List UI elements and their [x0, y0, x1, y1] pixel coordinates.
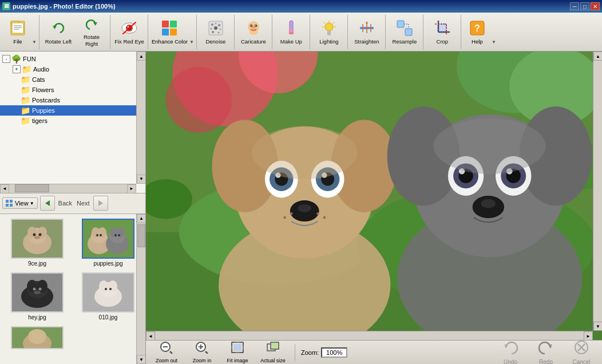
file-dropdown-arrow[interactable]: ▼ — [31, 16, 37, 48]
resample-button[interactable]: Resample — [388, 16, 421, 48]
crop-button[interactable]: Crop — [426, 16, 459, 48]
img-vscroll[interactable]: ▲ ▼ — [593, 52, 602, 331]
img-vscroll-down[interactable]: ▼ — [593, 322, 602, 331]
tree-item-flowers[interactable]: 📁 Flowers — [0, 85, 136, 95]
thumbs-vscroll[interactable]: ▲ ▼ — [136, 214, 145, 365]
svg-point-94 — [39, 287, 42, 290]
zoom-out-button[interactable]: Zoom out — [150, 339, 183, 364]
img-hscroll-right[interactable]: ► — [584, 331, 593, 340]
tree-cats-label: Cats — [32, 76, 45, 83]
fit-image-button[interactable]: Fit image — [221, 339, 254, 364]
help-main[interactable]: ? Help — [464, 16, 491, 48]
cancel-button[interactable]: Cancel — [565, 338, 597, 365]
tree-item-fun[interactable]: - 🌳 FUN — [0, 54, 136, 64]
cancel-label: Cancel — [572, 359, 590, 365]
actual-size-button[interactable]: Actual size — [257, 339, 289, 364]
thumb-extra[interactable] — [5, 326, 70, 349]
tree-item-tigers[interactable]: 📁 tigers — [0, 116, 136, 126]
undo-button[interactable]: Undo — [494, 338, 526, 365]
divider-1 — [295, 344, 295, 361]
svg-point-35 — [290, 30, 293, 32]
thumbs-vscroll-thumb — [137, 224, 145, 247]
svg-rect-15 — [162, 29, 169, 35]
help-group: ? Help ▼ — [462, 15, 498, 49]
tree-scroll[interactable]: - 🌳 FUN + 📁 Audio 📁 Cats — [0, 52, 145, 193]
img-hscroll[interactable]: ◄ ► — [146, 331, 593, 340]
svg-rect-62 — [10, 200, 13, 203]
make-up-group: Make Up — [273, 15, 310, 49]
rotate-left-button[interactable]: Rotate Left — [42, 16, 75, 48]
tree-item-postcards[interactable]: 📁 Postcards — [0, 95, 136, 105]
svg-point-132 — [290, 212, 293, 215]
tree-hscroll[interactable]: ◄ ► — [0, 184, 136, 193]
thumbs-vscroll-track — [137, 223, 145, 355]
enhance-color-main[interactable]: Enhance Color — [150, 16, 189, 48]
tree-hscroll-left[interactable]: ◄ — [0, 184, 9, 193]
thumb-hey[interactable]: hey.jpg — [5, 272, 70, 321]
thumb-010[interactable]: 010.jpg — [76, 272, 141, 321]
thumb-010-img — [83, 274, 133, 311]
main-area: - 🌳 FUN + 📁 Audio 📁 Cats — [0, 52, 602, 364]
svg-rect-63 — [6, 204, 9, 207]
svg-point-20 — [218, 24, 220, 26]
straighten-button[interactable]: Straighten — [350, 16, 383, 48]
svg-point-131 — [283, 216, 286, 219]
file-main[interactable]: File — [4, 16, 31, 48]
crop-label: Crop — [437, 38, 449, 45]
nav-bar: View ▼ Back Next — [0, 193, 145, 214]
caricature-button[interactable]: Caricature — [237, 16, 270, 48]
help-dropdown[interactable]: ▼ — [491, 16, 497, 48]
tree-vscroll-down[interactable]: ▼ — [137, 175, 145, 184]
tree-item-puppies[interactable]: 📁 Puppies — [0, 105, 136, 116]
restore-button[interactable]: □ — [580, 2, 589, 10]
enhance-color-dropdown[interactable]: ▼ — [189, 16, 195, 48]
thumb-puppies-box — [82, 219, 134, 259]
thumb-9ce[interactable]: 9ce.jpg — [5, 219, 70, 267]
svg-point-25 — [217, 31, 219, 33]
view-button[interactable]: View ▼ — [2, 197, 38, 209]
thumb-puppies-img — [83, 220, 133, 258]
tree-hscroll-right[interactable]: ► — [127, 184, 136, 193]
svg-point-133 — [323, 216, 326, 219]
zoom-in-icon — [195, 341, 209, 357]
tree-vscroll[interactable]: ▲ ▼ — [136, 52, 145, 184]
svg-point-78 — [92, 227, 100, 238]
zoom-input[interactable] — [321, 347, 347, 358]
svg-marker-65 — [45, 200, 50, 206]
rotate-right-button[interactable]: Rotate Right — [75, 16, 108, 48]
tree-toggle-audio[interactable]: + — [13, 65, 21, 73]
back-button[interactable] — [40, 196, 55, 211]
file-split-button[interactable]: File ▼ — [4, 16, 37, 48]
lighting-button[interactable]: Lighting — [312, 16, 346, 48]
help-split[interactable]: ? Help ▼ — [464, 16, 497, 48]
tree-view: - 🌳 FUN + 📁 Audio 📁 Cats — [0, 52, 145, 193]
thumbs-vscroll-up[interactable]: ▲ — [137, 214, 145, 223]
next-button[interactable] — [93, 196, 108, 211]
thumbs-vscroll-down[interactable]: ▼ — [137, 355, 145, 364]
tree-vscroll-up[interactable]: ▲ — [137, 52, 145, 61]
make-up-button[interactable]: Make Up — [275, 16, 308, 48]
minimize-button[interactable]: ─ — [570, 2, 579, 10]
svg-point-130 — [298, 204, 311, 212]
close-button[interactable]: ✕ — [591, 2, 600, 10]
tree-postcards-icon: 📁 — [21, 96, 30, 105]
redo-button[interactable]: Redo — [530, 338, 562, 365]
enhance-color-split[interactable]: Enhance Color ▼ — [150, 16, 195, 48]
tree-cats-icon: 📁 — [21, 75, 30, 84]
cancel-icon — [573, 340, 589, 358]
lighting-group: Lighting — [311, 15, 348, 49]
img-hscroll-left[interactable]: ◄ — [146, 331, 155, 340]
fix-red-eye-button[interactable]: Fix Red Eye — [113, 16, 146, 48]
zoom-in-button[interactable]: Zoom in — [186, 339, 218, 364]
tree-item-audio[interactable]: + 📁 Audio — [0, 64, 136, 74]
tree-item-cats[interactable]: 📁 Cats — [0, 74, 136, 85]
make-up-label: Make Up — [280, 38, 302, 45]
tree-toggle-fun[interactable]: - — [2, 55, 10, 63]
denoise-icon — [207, 19, 225, 37]
denoise-button[interactable]: Denoise — [199, 16, 232, 48]
img-vscroll-up[interactable]: ▲ — [593, 52, 602, 61]
thumb-puppies[interactable]: puppies.jpg — [76, 219, 141, 267]
back-label: Back — [57, 199, 73, 208]
title-bar-buttons: ─ □ ✕ — [570, 2, 600, 10]
resample-icon — [395, 19, 414, 37]
